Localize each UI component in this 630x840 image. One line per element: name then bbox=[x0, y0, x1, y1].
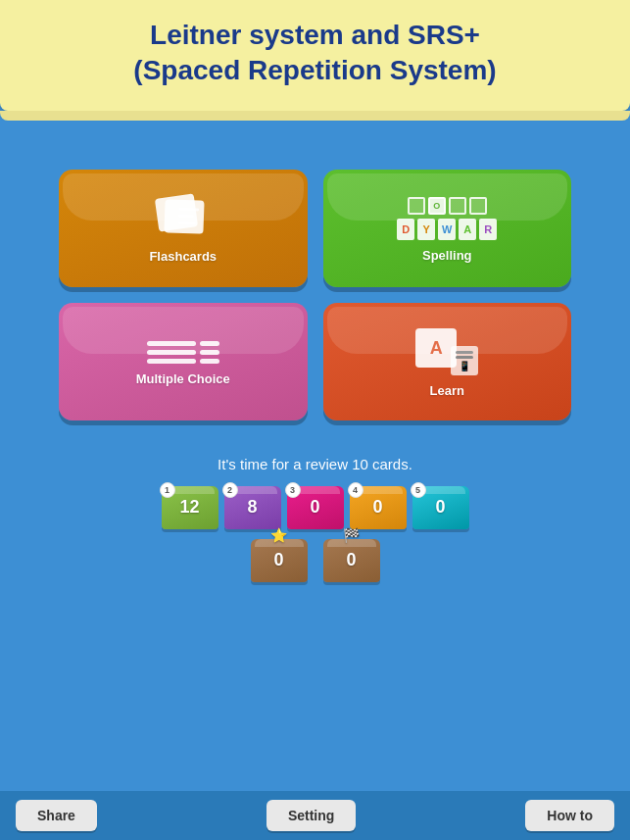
bottom-bar: Share Setting How to bbox=[0, 791, 630, 840]
review-section: It's time for a review 10 cards. 1 12 2 … bbox=[0, 456, 630, 582]
setting-button[interactable]: Setting bbox=[267, 800, 356, 831]
flashcards-button[interactable]: Flashcards bbox=[59, 170, 308, 287]
leitner-boxes-row: 1 12 2 8 3 0 4 0 5 0 bbox=[20, 486, 610, 529]
learn-icon: A 📱 bbox=[415, 328, 478, 375]
share-button[interactable]: Share bbox=[16, 800, 97, 831]
bonus-box-star[interactable]: ⭐ 0 bbox=[251, 539, 308, 582]
spelling-icon: O D Y W A R bbox=[403, 197, 491, 240]
leitner-box-4[interactable]: 4 0 bbox=[350, 486, 407, 529]
leitner-box-5[interactable]: 5 0 bbox=[412, 486, 469, 529]
bonus-box-flag[interactable]: 🏁 0 bbox=[323, 539, 380, 582]
header-title: Leitner system and SRS+ (Spaced Repetiti… bbox=[20, 18, 610, 89]
flashcards-icon bbox=[157, 196, 210, 241]
leitner-box-1[interactable]: 1 12 bbox=[162, 486, 218, 529]
bonus-boxes-row: ⭐ 0 🏁 0 bbox=[20, 539, 610, 582]
howto-button[interactable]: How to bbox=[525, 800, 614, 831]
multiple-choice-icon bbox=[147, 341, 219, 364]
flag-icon: 🏁 bbox=[343, 527, 360, 543]
mode-grid: Flashcards O D Y W A R Spelling bbox=[0, 140, 630, 420]
spelling-button[interactable]: O D Y W A R Spelling bbox=[323, 170, 572, 287]
multiple-choice-button[interactable]: Multiple Choice bbox=[59, 303, 308, 420]
leitner-box-3[interactable]: 3 0 bbox=[287, 486, 344, 529]
star-icon: ⭐ bbox=[270, 527, 287, 543]
review-text: It's time for a review 10 cards. bbox=[20, 456, 610, 472]
leitner-box-2[interactable]: 2 8 bbox=[224, 486, 281, 529]
header-banner: Leitner system and SRS+ (Spaced Repetiti… bbox=[0, 0, 630, 111]
learn-button[interactable]: A 📱 Learn bbox=[323, 303, 572, 420]
